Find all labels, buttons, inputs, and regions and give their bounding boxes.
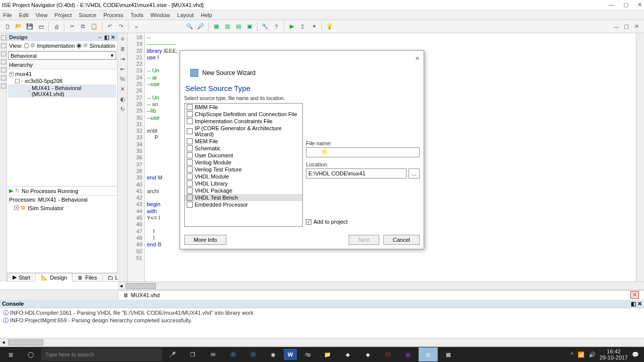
isim-row[interactable]: + ⚙ ISim Simulator bbox=[7, 204, 117, 212]
ise-icon[interactable]: ▦ bbox=[419, 347, 438, 361]
expand-icon[interactable]: + bbox=[14, 206, 19, 210]
system-tray[interactable]: ^ 📶 🔊 16:42 29-10-2017 💬 bbox=[571, 348, 643, 360]
app-icon[interactable]: ▦ bbox=[439, 347, 458, 361]
tray-volume-icon[interactable]: 🔊 bbox=[589, 351, 596, 358]
open-icon[interactable]: 📂 bbox=[14, 22, 23, 31]
source-type-item[interactable]: VHDL Module bbox=[185, 173, 302, 180]
source-type-item[interactable]: VHDL Library bbox=[185, 180, 302, 187]
source-type-item[interactable]: MEM File bbox=[185, 138, 302, 145]
panel-float-icon[interactable]: ◧ bbox=[104, 34, 109, 40]
copy-icon[interactable]: ⧉ bbox=[78, 22, 88, 31]
edge-icon[interactable]: ⓔ bbox=[223, 347, 243, 361]
cortana-icon[interactable]: ◯ bbox=[21, 347, 40, 361]
menu-process[interactable]: Process bbox=[103, 12, 123, 18]
play-icon[interactable]: ▶ bbox=[287, 22, 296, 31]
layout4-icon[interactable]: ▣ bbox=[245, 22, 254, 31]
radio-implementation[interactable] bbox=[24, 43, 29, 48]
tab-start[interactable]: ▶ Start bbox=[7, 273, 36, 282]
redo-icon[interactable]: ↷ bbox=[116, 22, 125, 31]
panel-pin-icon[interactable]: ↔ bbox=[97, 34, 103, 40]
menu-source[interactable]: Source bbox=[79, 12, 97, 18]
play-small-icon[interactable]: ▶ bbox=[9, 188, 13, 194]
cut-icon[interactable]: ✂ bbox=[67, 22, 76, 31]
find-icon[interactable]: 🔎 bbox=[196, 22, 205, 31]
source-type-item[interactable]: Verilog Module bbox=[185, 159, 302, 166]
location-input[interactable] bbox=[306, 168, 407, 178]
menu-tools[interactable]: Tools bbox=[130, 12, 143, 18]
menu-project[interactable]: Project bbox=[54, 12, 71, 18]
edbtn-icon[interactable]: ⇤ bbox=[119, 65, 126, 72]
edbtn-icon[interactable]: ≣ bbox=[119, 45, 126, 52]
start-icon[interactable]: ⊞ bbox=[1, 347, 20, 361]
layout2-icon[interactable]: ▥ bbox=[223, 22, 232, 31]
source-type-item[interactable]: Schematic bbox=[185, 145, 302, 152]
source-type-item[interactable]: Verilog Test Fixture bbox=[185, 166, 302, 173]
edbtn-icon[interactable]: % bbox=[119, 75, 126, 82]
taskview-icon[interactable]: ❐ bbox=[183, 347, 202, 361]
tree-device[interactable]: xc3s50-5pq208 bbox=[25, 78, 62, 84]
paste-icon[interactable]: 📋 bbox=[90, 22, 99, 31]
chevron-right-icon[interactable]: » bbox=[132, 22, 141, 31]
cancel-button[interactable]: Cancel bbox=[383, 235, 420, 245]
vertical-scrollbar[interactable] bbox=[636, 33, 644, 282]
menu-file[interactable]: File bbox=[3, 12, 12, 18]
maximize-icon[interactable]: ▢ bbox=[623, 2, 628, 8]
app-icon[interactable]: ◆ bbox=[358, 347, 377, 361]
dialog-close-icon[interactable]: ✕ bbox=[415, 55, 420, 62]
strip-icon[interactable] bbox=[1, 67, 6, 72]
strip-icon[interactable] bbox=[1, 83, 6, 88]
source-type-item[interactable]: VHDL Test Bench bbox=[185, 194, 302, 201]
source-type-item[interactable]: VHDL Package bbox=[185, 187, 302, 194]
source-type-item[interactable]: BMM File bbox=[185, 104, 302, 111]
mic-icon[interactable]: 🎤 bbox=[163, 347, 182, 361]
tray-network-icon[interactable]: 📶 bbox=[578, 351, 585, 358]
word-icon[interactable]: W bbox=[284, 349, 297, 360]
menu-layout[interactable]: Layout bbox=[177, 12, 194, 18]
simulator-combo[interactable]: Behavioral ▾ bbox=[8, 51, 116, 60]
tray-chevron-icon[interactable]: ^ bbox=[571, 351, 574, 357]
panel-close-icon[interactable]: ✕ bbox=[111, 34, 115, 40]
app-icon[interactable]: ◆ bbox=[338, 347, 357, 361]
source-type-item[interactable]: ChipScope Definition and Connection File bbox=[185, 111, 302, 118]
source-type-item[interactable]: Embedded Processor bbox=[185, 201, 302, 208]
help-icon[interactable]: ? bbox=[272, 22, 281, 31]
mail-icon[interactable]: ✉ bbox=[203, 347, 222, 361]
print-icon[interactable]: 🖨 bbox=[52, 22, 61, 31]
wrench-icon[interactable]: 🔧 bbox=[261, 22, 270, 31]
menu-help[interactable]: Help bbox=[201, 12, 212, 18]
configure-icon[interactable]: ✶ bbox=[309, 22, 318, 31]
notifications-icon[interactable]: 💬 bbox=[632, 351, 639, 358]
app-icon[interactable]: ⓜ bbox=[378, 347, 397, 361]
saveall-icon[interactable]: 🗃 bbox=[36, 22, 45, 31]
menu-view[interactable]: View bbox=[36, 12, 48, 18]
tab-close-icon[interactable]: ✕ bbox=[630, 291, 639, 299]
edbtn-icon[interactable]: ≡ bbox=[119, 35, 126, 42]
radio-simulation[interactable] bbox=[76, 43, 82, 48]
app-icon[interactable]: ▦ bbox=[398, 347, 418, 361]
tab-design[interactable]: 📐Design bbox=[35, 273, 72, 282]
layout3-icon[interactable]: ▤ bbox=[234, 22, 243, 31]
mini-min-icon[interactable]: — bbox=[612, 22, 621, 31]
console-close-icon[interactable]: ✕ bbox=[637, 301, 642, 307]
source-type-item[interactable]: User Document bbox=[185, 152, 302, 159]
close-icon[interactable]: ✕ bbox=[637, 2, 642, 8]
editor-hscroll[interactable]: ◂ bbox=[118, 282, 644, 290]
mini-max-icon[interactable]: ▢ bbox=[622, 22, 631, 31]
strip-icon[interactable] bbox=[1, 35, 6, 40]
add-to-project-checkbox[interactable]: ✓ bbox=[306, 219, 311, 225]
editor-tab-mux41[interactable]: 🗎MUX41.vhd ✕ bbox=[118, 290, 644, 300]
tree-icon[interactable]: ▪ bbox=[9, 72, 14, 76]
edbtn-icon[interactable]: ✕ bbox=[119, 85, 126, 93]
tree-entity[interactable]: MUX41 - Behavioral (MUX41.vhd) bbox=[32, 85, 115, 97]
new-icon[interactable]: 🗋 bbox=[3, 22, 12, 31]
minimize-icon[interactable]: — bbox=[609, 2, 614, 8]
edbtn-icon[interactable]: ◐ bbox=[119, 96, 126, 103]
next-button[interactable]: Next bbox=[349, 235, 379, 245]
ie-icon[interactable]: ⓔ bbox=[244, 347, 263, 361]
strip-icon[interactable] bbox=[1, 59, 6, 64]
tree-project[interactable]: mux41 bbox=[15, 71, 32, 77]
strip-icon[interactable] bbox=[1, 75, 6, 80]
menu-window[interactable]: Window bbox=[150, 12, 170, 18]
console-hscroll[interactable]: ◂ bbox=[0, 338, 644, 346]
edbtn-icon[interactable]: ↻ bbox=[119, 106, 126, 113]
